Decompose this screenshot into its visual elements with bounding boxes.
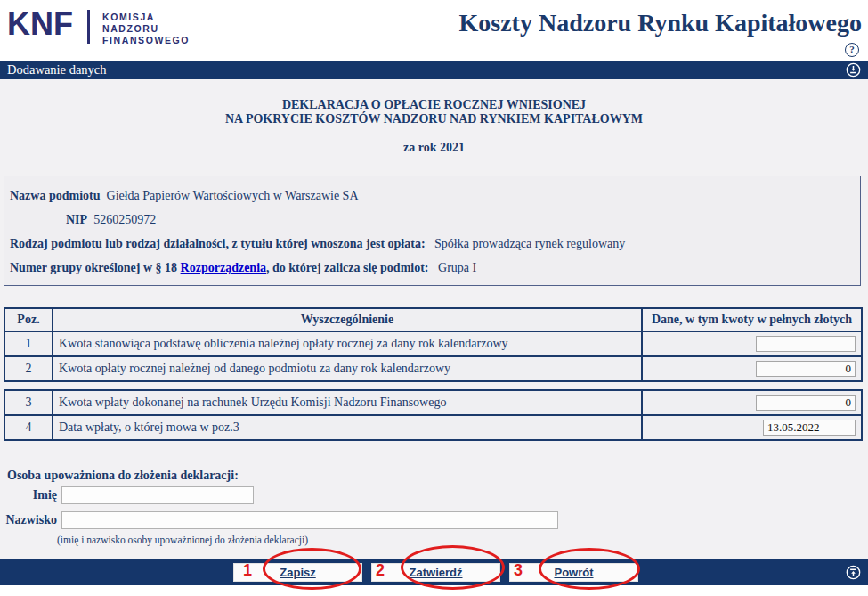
form-content: DEKLARACJA O OPŁACIE ROCZNEJ WNIESIONEJ … xyxy=(0,79,868,559)
back-button[interactable]: Powrót xyxy=(509,563,638,582)
col-header-poz: Poz. xyxy=(4,308,53,331)
help-icon[interactable]: ? xyxy=(845,43,859,57)
regulation-link[interactable]: Rozporządzenia xyxy=(181,261,266,274)
org-name-line1: KOMISJA xyxy=(102,12,190,23)
annotation-step-1: 1 xyxy=(243,561,252,580)
first-name-input[interactable] xyxy=(61,486,254,504)
annotation-step-2: 2 xyxy=(376,561,385,580)
entity-info-panel: Nazwa podmiotuGiełda Papierów Wartościow… xyxy=(4,176,861,286)
org-name-line2: NADZORU xyxy=(102,23,190,35)
table-row: 3 Kwota wpłaty dokonanej na rachunek Urz… xyxy=(4,390,862,415)
entity-name-line: Nazwa podmiotuGiełda Papierów Wartościow… xyxy=(10,184,855,208)
col-header-data: Dane, w tym kwoty w pełnych złotych xyxy=(642,308,862,331)
declaration-table-bottom: 3 Kwota wpłaty dokonanej na rachunek Urz… xyxy=(4,389,863,441)
row2-data-cell xyxy=(642,356,862,381)
row3-desc: Kwota wpłaty dokonanej na rachunek Urzęd… xyxy=(53,390,642,415)
row4-data-cell xyxy=(642,415,862,440)
table-row: 4 Data wpłaty, o której mowa w poz.3 xyxy=(4,415,862,440)
last-name-row: Nazwisko xyxy=(0,511,558,529)
table-row: 2 Kwota opłaty rocznej należnej od daneg… xyxy=(4,356,862,381)
approve-button[interactable]: Zatwierdź xyxy=(371,563,500,582)
declaration-title-line2: NA POKRYCIE KOSZTÓW NADZORU NAD RYNKIEM … xyxy=(0,112,868,127)
row2-poz: 2 xyxy=(4,356,53,381)
group-label-suffix: , do której zalicza się podmiot: xyxy=(266,261,432,274)
org-name: KOMISJA NADZORU FINANSOWEGO xyxy=(102,7,190,46)
declaration-title-line1: DEKLARACJA O OPŁACIE ROCZNEJ WNIESIONEJ xyxy=(0,98,868,112)
first-name-row: Imię xyxy=(0,486,254,504)
group-value: Grupa I xyxy=(438,261,476,274)
action-bar: Zapisz Zatwierdź Powrót xyxy=(0,559,868,585)
app-title: Koszty Nadzoru Rynku Kapitałowego xyxy=(459,9,862,37)
row4-poz: 4 xyxy=(4,415,53,440)
nip-label: NIP xyxy=(66,213,87,226)
download-icon[interactable] xyxy=(846,62,861,78)
entity-type-value: Spółka prowadząca rynek regulowany xyxy=(434,237,625,250)
page-title: Dodawanie danych xyxy=(7,61,107,79)
page-header-bar: Dodawanie danych xyxy=(0,61,868,79)
table-header-row: Poz. Wyszczególnienie Dane, w tym kwoty … xyxy=(4,308,862,331)
logo-divider xyxy=(87,10,90,44)
declaration-table-top: Poz. Wyszczególnienie Dane, w tym kwoty … xyxy=(4,307,863,382)
entity-nip-line: NIP5260250972 xyxy=(10,208,855,232)
scroll-top-icon[interactable] xyxy=(846,565,861,580)
nip-value: 5260250972 xyxy=(93,213,156,226)
declaration-year: za rok 2021 xyxy=(0,141,868,155)
authorized-person-label: Osoba upoważniona do złożenia deklaracji… xyxy=(7,469,239,483)
group-label-prefix: Numer grupy określonej w § 18 xyxy=(10,261,181,274)
row1-data-cell xyxy=(642,331,862,356)
entity-type-label: Rodzaj podmiotu lub rodzaj działalności,… xyxy=(10,237,428,250)
row2-desc: Kwota opłaty rocznej należnej od danego … xyxy=(53,356,642,381)
row3-data-cell xyxy=(642,390,862,415)
last-name-input[interactable] xyxy=(61,511,558,529)
base-amount-input[interactable] xyxy=(756,336,856,352)
org-name-line3: FINANSOWEGO xyxy=(102,35,190,46)
person-hint: (imię i nazwisko osoby upoważnionej do z… xyxy=(57,535,308,545)
entity-name-value: Giełda Papierów Wartościowych w Warszawi… xyxy=(107,189,359,202)
row1-desc: Kwota stanowiąca podstawę obliczenia nal… xyxy=(53,331,642,356)
entity-type-line: Rodzaj podmiotu lub rodzaj działalności,… xyxy=(10,232,855,256)
entity-group-line: Numer grupy określonej w § 18 Rozporządz… xyxy=(10,256,855,280)
knf-logo: KNF KOMISJA NADZORU FINANSOWEGO xyxy=(7,7,190,46)
first-name-label: Imię xyxy=(0,488,57,502)
declaration-title: DEKLARACJA O OPŁACIE ROCZNEJ WNIESIONEJ … xyxy=(0,98,868,127)
annotation-step-3: 3 xyxy=(514,561,523,580)
payment-date-input[interactable] xyxy=(763,420,856,436)
app-window: KNF KOMISJA NADZORU FINANSOWEGO Koszty N… xyxy=(0,0,868,596)
payment-amount-input[interactable] xyxy=(756,395,856,411)
row3-poz: 3 xyxy=(4,390,53,415)
annual-fee-input[interactable] xyxy=(756,361,856,377)
col-header-desc: Wyszczególnienie xyxy=(53,308,642,331)
last-name-label: Nazwisko xyxy=(0,513,57,527)
knf-logo-abbr: KNF xyxy=(7,7,73,41)
save-button[interactable]: Zapisz xyxy=(233,563,362,582)
entity-name-label: Nazwa podmiotu xyxy=(10,189,101,202)
row1-poz: 1 xyxy=(4,331,53,356)
table-row: 1 Kwota stanowiąca podstawę obliczenia n… xyxy=(4,331,862,356)
row4-desc: Data wpłaty, o której mowa w poz.3 xyxy=(53,415,642,440)
